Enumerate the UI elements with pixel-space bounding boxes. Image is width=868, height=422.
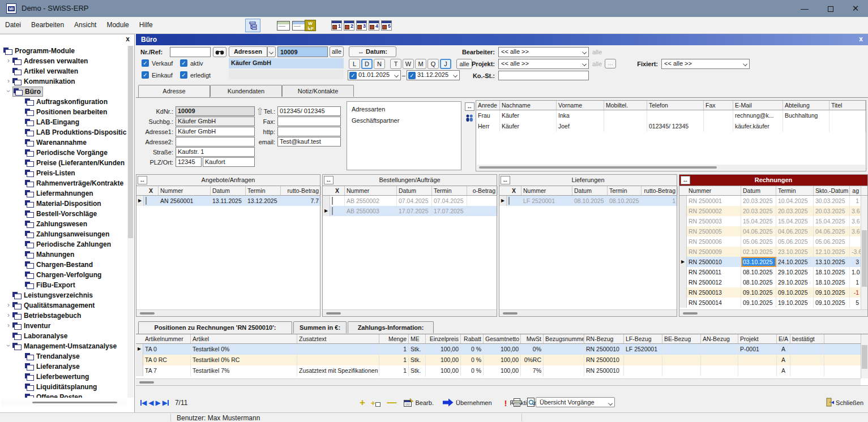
table-row[interactable]: ▶AB 255000317.07.202517.07.2025	[323, 206, 497, 216]
column-header[interactable]: Telefon	[647, 101, 704, 110]
sidebar-close-icon[interactable]: x	[126, 35, 130, 43]
positions-vertical-scrollbar[interactable]	[861, 334, 868, 378]
funktionen-icon[interactable]: !	[504, 398, 507, 408]
table-row[interactable]: RN 250001108.10.202529.10.202518.10.2025…	[679, 267, 867, 277]
column-header[interactable]: Anrede	[476, 101, 500, 110]
add-detail-record-icon[interactable]: +	[371, 399, 380, 407]
print-icon[interactable]	[512, 398, 522, 408]
menu-item-module[interactable]: Module	[101, 17, 134, 33]
column-header[interactable]: o-Betrag	[467, 186, 498, 195]
period-button-L[interactable]: L	[349, 59, 360, 69]
sidebar-item-positionen-bearbeiten[interactable]: Positionen bearbeiten	[1, 107, 127, 117]
tab-positions-0[interactable]: Positionen zu Rechnungen 'RN 2500010':	[138, 321, 292, 334]
date-from-checkbox[interactable]: ✓	[349, 72, 357, 79]
nr-search-field[interactable]: 10009	[277, 46, 328, 57]
table-row[interactable]: TA 0 RCTestartikel 0% RC1Stk.100,000 %10…	[136, 355, 868, 365]
sidebar-item-chargen-bestand[interactable]: Chargen-Bestand	[1, 260, 127, 270]
sidebar-vertical-scrollbar[interactable]	[127, 46, 134, 398]
window-horizontal-icon[interactable]	[277, 21, 290, 31]
customer-name-field[interactable]: Käufer GmbH	[229, 58, 344, 68]
column-header[interactable]: LF-Bezug	[624, 334, 662, 343]
column-header[interactable]: Nummer	[159, 186, 211, 195]
table-row[interactable]: RN 250000902.10.202523.10.202512.10.2025…	[679, 247, 867, 257]
datum-button[interactable]: ↔ Datum:	[349, 46, 396, 57]
checkbox-cell[interactable]	[330, 196, 345, 206]
sidebar-item-chargen-verfolgung[interactable]: Chargen-Verfolgung	[1, 270, 127, 280]
field-ort[interactable]: Kaufort	[203, 157, 255, 167]
column-header[interactable]: Titel	[829, 101, 866, 110]
tab-kundendaten[interactable]: Kundendaten	[210, 85, 282, 97]
period-button-Q[interactable]: Q	[427, 59, 439, 69]
table-row[interactable]: AB 255000207.04.202507.04.2025	[323, 196, 497, 206]
positions-horizontal-scrollbar[interactable]	[136, 378, 861, 385]
window-slot-5-icon[interactable]: 5	[381, 20, 392, 31]
add-record-icon[interactable]: +	[360, 397, 365, 408]
fixiert-select[interactable]: << alle >>	[661, 59, 750, 69]
column-header[interactable]: rutto-Betrag	[642, 186, 678, 195]
sidebar-horizontal-scrollbar[interactable]	[1, 400, 127, 406]
period-button-M[interactable]: M	[415, 59, 426, 69]
bearb-label[interactable]: Bearb.	[416, 399, 434, 406]
scrollbar-thumb[interactable]	[683, 312, 698, 315]
adressen-mode-button[interactable]: Adressen F7	[229, 46, 267, 57]
menu-item-bearbeiten[interactable]: Bearbeiten	[26, 17, 69, 33]
buero-close-icon[interactable]: x	[859, 35, 863, 43]
scrollbar-thumb[interactable]	[862, 345, 867, 369]
field-kdnr[interactable]: 10009	[176, 106, 255, 116]
sidebar-item-preis-listen[interactable]: Preis-Listen	[1, 168, 127, 178]
delete-record-icon[interactable]: —	[387, 397, 396, 408]
sidebar-item-auftragskonfiguration[interactable]: Auftragskonfiguration	[1, 97, 127, 107]
scrollbar-thumb[interactable]	[140, 312, 155, 315]
sidebar-item-adressen-verwalten[interactable]: ›Adressen verwalten	[1, 56, 127, 66]
column-header[interactable]: Skto.-Datum	[814, 186, 850, 195]
sidebar-item-büro[interactable]: ›Büro	[1, 87, 127, 97]
sidebar-item-zahlungsanweisungen[interactable]: Zahlungsanweisungen	[1, 229, 127, 239]
field-strae[interactable]: Kaufstr. 1	[176, 147, 255, 157]
table-row[interactable]: RN 250000504.06.202504.06.202504.06.2025…	[679, 226, 867, 236]
chevron-expanded-icon[interactable]: ›	[6, 87, 11, 95]
column-header[interactable]: Nachname	[500, 101, 557, 110]
column-header[interactable]: Zusatztext	[297, 334, 379, 343]
sidebar-item-rahmenverträge-kontrakte[interactable]: Rahmenverträge/Kontrakte	[1, 178, 127, 188]
sidebar-item-root[interactable]: Programm-Module	[1, 46, 127, 56]
print-preview-icon[interactable]	[527, 398, 535, 408]
column-header[interactable]: Artikelnummer	[143, 334, 191, 343]
kost-input[interactable]	[498, 71, 589, 80]
period-button-W[interactable]: W	[403, 59, 414, 69]
column-header[interactable]: X	[507, 186, 521, 195]
table-row[interactable]: TA 7Testartikel 7%Zusatztext mit Spezifi…	[136, 365, 868, 376]
resize-handle-icon[interactable]: ↔	[324, 176, 333, 184]
period-button-J[interactable]: J	[440, 59, 451, 69]
column-header[interactable]: Datum	[572, 186, 608, 195]
sidebar-item-mahnungen[interactable]: Mahnungen	[1, 249, 127, 260]
sidebar-item-preise-lieferanten-kunden[interactable]: Preise (Lieferanten/Kunden	[1, 158, 127, 168]
field-fax[interactable]	[277, 117, 341, 126]
column-header[interactable]: Nummer	[345, 186, 397, 195]
panel-vertical-scrollbar[interactable]	[861, 196, 867, 309]
sidebar-item-management-umsatzanalyse[interactable]: ›Management-Umsatzanalyse	[1, 341, 127, 351]
table-row[interactable]: FrauKäuferInkarechnung@k...Buchhaltung	[476, 110, 866, 121]
sidebar-item-artikel-verwalten[interactable]: Artikel verwalten	[1, 66, 127, 76]
window-slot-4-icon[interactable]: 4	[369, 20, 379, 31]
first-record-button[interactable]: ◀	[140, 399, 147, 407]
table-row[interactable]: ▶RN 250001003.10.202524.10.202513.10.202…	[679, 257, 867, 267]
close-button[interactable]: ✕	[844, 0, 867, 17]
column-header[interactable]: Datum	[741, 186, 776, 195]
column-header[interactable]: Projekt	[738, 334, 777, 343]
period-button-T[interactable]: T	[390, 59, 401, 69]
contacts-horizontal-scrollbar[interactable]	[477, 165, 865, 170]
tab-positions-2[interactable]: Zahlungs-Information:	[348, 321, 434, 333]
table-row[interactable]: HerrKäuferJoef012345/ 12345käufer.käufer	[476, 121, 866, 132]
row-checkbox[interactable]	[332, 207, 333, 215]
period-button-D[interactable]: D	[361, 59, 373, 69]
menu-item-hilfe[interactable]: Hilfe	[134, 17, 158, 33]
scrollbar-thumb[interactable]	[479, 166, 717, 169]
sidebar-item-periodische-zahlungen[interactable]: Periodische Zahlungen	[1, 239, 127, 249]
column-header[interactable]: E-Mail	[733, 101, 783, 110]
sidebar-item-fibu-export[interactable]: FiBu-Export	[1, 280, 127, 290]
column-header[interactable]: Gesamtnetto	[484, 334, 521, 343]
checkbox-cell[interactable]	[144, 196, 159, 206]
chevron-collapsed-icon[interactable]: ›	[5, 78, 12, 84]
column-header[interactable]: ME	[409, 334, 426, 343]
window-slot-3-icon[interactable]: 3	[356, 20, 367, 31]
